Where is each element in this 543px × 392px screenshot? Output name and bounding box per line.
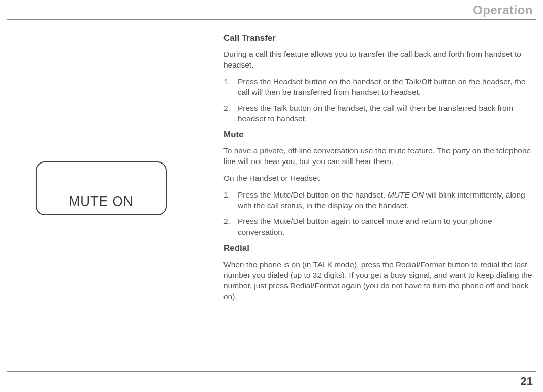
call-transfer-heading: Call Transfer (223, 32, 534, 44)
header-rule (7, 19, 536, 20)
list-text: Press the Mute/Del button again to cance… (238, 216, 534, 238)
italic-text: MUTE ON (388, 190, 424, 199)
call-transfer-steps: 1. Press the Headset button on the hands… (223, 77, 534, 124)
redial-body: When the phone is on (in TALK mode), pre… (223, 259, 534, 302)
list-item: 1. Press the Mute/Del button on the hand… (223, 190, 534, 211)
call-transfer-intro: During a call this feature allows you to… (223, 49, 534, 71)
mute-heading: Mute (223, 129, 534, 141)
list-number: 1. (223, 77, 238, 98)
list-number: 2. (223, 216, 238, 238)
footer-rule (7, 371, 536, 372)
mute-intro: To have a private, off-line conversation… (223, 146, 534, 167)
list-item: 2. Press the Mute/Del button again to ca… (223, 216, 534, 238)
lcd-display-text: MUTE ON (69, 192, 134, 210)
redial-heading: Redial (223, 243, 534, 254)
document-page: Operation MUTE ON Call Transfer During a… (0, 0, 543, 392)
list-text: Press the Talk button on the handset, th… (238, 103, 534, 124)
mute-subhead: On the Handset or Headset (223, 173, 534, 184)
list-text: Press the Headset button on the handset … (238, 77, 534, 98)
section-header: Operation (473, 3, 533, 17)
page-number: 21 (521, 375, 533, 388)
mute-steps: 1. Press the Mute/Del button on the hand… (223, 190, 534, 238)
list-number: 1. (223, 190, 238, 211)
list-text: Press the Mute/Del button on the handset… (238, 190, 534, 211)
list-number: 2. (223, 103, 238, 124)
lcd-display-illustration: MUTE ON (36, 161, 167, 215)
text-span: Press the Mute/Del button on the handset… (238, 190, 388, 199)
body-content: Call Transfer During a call this feature… (223, 28, 534, 308)
list-item: 2. Press the Talk button on the handset,… (223, 103, 534, 124)
list-item: 1. Press the Headset button on the hands… (223, 77, 534, 98)
